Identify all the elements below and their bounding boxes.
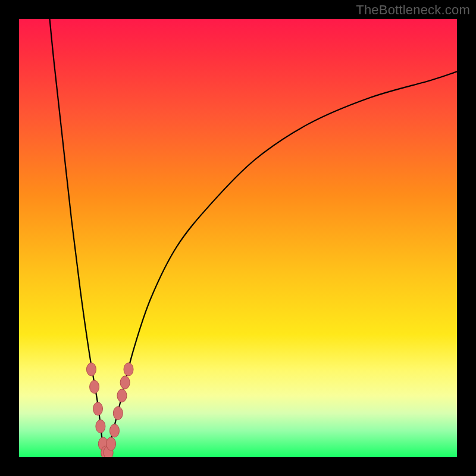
data-marker <box>86 363 96 376</box>
data-marker <box>113 406 123 419</box>
plot-area <box>19 19 457 457</box>
chart-frame: TheBottleneck.com <box>0 0 476 476</box>
curve-segment <box>107 71 457 457</box>
chart-svg <box>19 19 457 457</box>
watermark-text: TheBottleneck.com <box>356 2 470 18</box>
data-marker <box>109 424 119 437</box>
data-marker <box>124 363 133 376</box>
data-marker <box>90 380 99 393</box>
data-marker <box>120 376 130 389</box>
data-marker <box>107 437 116 450</box>
data-marker <box>96 419 105 433</box>
data-marker <box>117 389 127 402</box>
data-marker <box>93 402 102 415</box>
bottleneck-curve <box>50 19 457 457</box>
